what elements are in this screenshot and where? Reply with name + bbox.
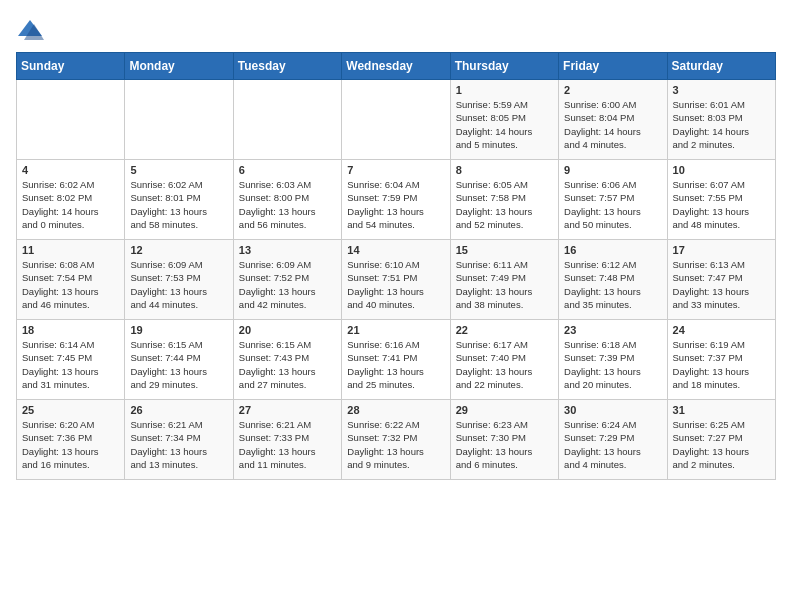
day-number: 8: [456, 164, 553, 176]
weekday-header-monday: Monday: [125, 53, 233, 80]
day-number: 27: [239, 404, 336, 416]
day-number: 19: [130, 324, 227, 336]
day-info: Sunrise: 6:20 AMSunset: 7:36 PMDaylight:…: [22, 418, 119, 471]
day-info: Sunrise: 6:25 AMSunset: 7:27 PMDaylight:…: [673, 418, 770, 471]
calendar-cell: 10Sunrise: 6:07 AMSunset: 7:55 PMDayligh…: [667, 160, 775, 240]
day-info: Sunrise: 6:15 AMSunset: 7:44 PMDaylight:…: [130, 338, 227, 391]
day-info: Sunrise: 6:08 AMSunset: 7:54 PMDaylight:…: [22, 258, 119, 311]
day-number: 28: [347, 404, 444, 416]
day-number: 23: [564, 324, 661, 336]
day-info: Sunrise: 6:22 AMSunset: 7:32 PMDaylight:…: [347, 418, 444, 471]
day-info: Sunrise: 6:07 AMSunset: 7:55 PMDaylight:…: [673, 178, 770, 231]
day-number: 13: [239, 244, 336, 256]
day-number: 21: [347, 324, 444, 336]
calendar-cell: 16Sunrise: 6:12 AMSunset: 7:48 PMDayligh…: [559, 240, 667, 320]
day-info: Sunrise: 6:06 AMSunset: 7:57 PMDaylight:…: [564, 178, 661, 231]
day-number: 3: [673, 84, 770, 96]
day-info: Sunrise: 5:59 AMSunset: 8:05 PMDaylight:…: [456, 98, 553, 151]
calendar-cell: [17, 80, 125, 160]
calendar-cell: 14Sunrise: 6:10 AMSunset: 7:51 PMDayligh…: [342, 240, 450, 320]
calendar-table: SundayMondayTuesdayWednesdayThursdayFrid…: [16, 52, 776, 480]
day-info: Sunrise: 6:21 AMSunset: 7:33 PMDaylight:…: [239, 418, 336, 471]
calendar-cell: 29Sunrise: 6:23 AMSunset: 7:30 PMDayligh…: [450, 400, 558, 480]
day-info: Sunrise: 6:00 AMSunset: 8:04 PMDaylight:…: [564, 98, 661, 151]
calendar-cell: 26Sunrise: 6:21 AMSunset: 7:34 PMDayligh…: [125, 400, 233, 480]
day-number: 30: [564, 404, 661, 416]
weekday-header-thursday: Thursday: [450, 53, 558, 80]
day-number: 12: [130, 244, 227, 256]
calendar-cell: 22Sunrise: 6:17 AMSunset: 7:40 PMDayligh…: [450, 320, 558, 400]
day-number: 11: [22, 244, 119, 256]
weekday-header-wednesday: Wednesday: [342, 53, 450, 80]
calendar-cell: 8Sunrise: 6:05 AMSunset: 7:58 PMDaylight…: [450, 160, 558, 240]
day-number: 17: [673, 244, 770, 256]
day-number: 26: [130, 404, 227, 416]
day-info: Sunrise: 6:09 AMSunset: 7:53 PMDaylight:…: [130, 258, 227, 311]
day-number: 10: [673, 164, 770, 176]
day-number: 29: [456, 404, 553, 416]
calendar-cell: 24Sunrise: 6:19 AMSunset: 7:37 PMDayligh…: [667, 320, 775, 400]
calendar-cell: 20Sunrise: 6:15 AMSunset: 7:43 PMDayligh…: [233, 320, 341, 400]
calendar-cell: 13Sunrise: 6:09 AMSunset: 7:52 PMDayligh…: [233, 240, 341, 320]
calendar-cell: 5Sunrise: 6:02 AMSunset: 8:01 PMDaylight…: [125, 160, 233, 240]
day-info: Sunrise: 6:13 AMSunset: 7:47 PMDaylight:…: [673, 258, 770, 311]
calendar-cell: 27Sunrise: 6:21 AMSunset: 7:33 PMDayligh…: [233, 400, 341, 480]
day-info: Sunrise: 6:16 AMSunset: 7:41 PMDaylight:…: [347, 338, 444, 391]
day-number: 6: [239, 164, 336, 176]
day-number: 9: [564, 164, 661, 176]
day-info: Sunrise: 6:15 AMSunset: 7:43 PMDaylight:…: [239, 338, 336, 391]
day-info: Sunrise: 6:10 AMSunset: 7:51 PMDaylight:…: [347, 258, 444, 311]
calendar-cell: 21Sunrise: 6:16 AMSunset: 7:41 PMDayligh…: [342, 320, 450, 400]
calendar-cell: 11Sunrise: 6:08 AMSunset: 7:54 PMDayligh…: [17, 240, 125, 320]
day-number: 2: [564, 84, 661, 96]
calendar-cell: 18Sunrise: 6:14 AMSunset: 7:45 PMDayligh…: [17, 320, 125, 400]
calendar-cell: 17Sunrise: 6:13 AMSunset: 7:47 PMDayligh…: [667, 240, 775, 320]
weekday-header-saturday: Saturday: [667, 53, 775, 80]
week-row-4: 18Sunrise: 6:14 AMSunset: 7:45 PMDayligh…: [17, 320, 776, 400]
day-info: Sunrise: 6:18 AMSunset: 7:39 PMDaylight:…: [564, 338, 661, 391]
weekday-header-tuesday: Tuesday: [233, 53, 341, 80]
day-number: 1: [456, 84, 553, 96]
logo-icon: [16, 16, 44, 44]
day-info: Sunrise: 6:04 AMSunset: 7:59 PMDaylight:…: [347, 178, 444, 231]
day-number: 22: [456, 324, 553, 336]
calendar-cell: 15Sunrise: 6:11 AMSunset: 7:49 PMDayligh…: [450, 240, 558, 320]
day-info: Sunrise: 6:11 AMSunset: 7:49 PMDaylight:…: [456, 258, 553, 311]
calendar-cell: [125, 80, 233, 160]
week-row-1: 1Sunrise: 5:59 AMSunset: 8:05 PMDaylight…: [17, 80, 776, 160]
calendar-cell: 6Sunrise: 6:03 AMSunset: 8:00 PMDaylight…: [233, 160, 341, 240]
logo: [16, 16, 48, 44]
weekday-header-sunday: Sunday: [17, 53, 125, 80]
page-header: [16, 16, 776, 44]
calendar-cell: 9Sunrise: 6:06 AMSunset: 7:57 PMDaylight…: [559, 160, 667, 240]
day-number: 14: [347, 244, 444, 256]
day-number: 15: [456, 244, 553, 256]
day-number: 18: [22, 324, 119, 336]
day-info: Sunrise: 6:03 AMSunset: 8:00 PMDaylight:…: [239, 178, 336, 231]
weekday-header-friday: Friday: [559, 53, 667, 80]
calendar-cell: 4Sunrise: 6:02 AMSunset: 8:02 PMDaylight…: [17, 160, 125, 240]
week-row-5: 25Sunrise: 6:20 AMSunset: 7:36 PMDayligh…: [17, 400, 776, 480]
day-info: Sunrise: 6:01 AMSunset: 8:03 PMDaylight:…: [673, 98, 770, 151]
weekday-header-row: SundayMondayTuesdayWednesdayThursdayFrid…: [17, 53, 776, 80]
calendar-cell: 23Sunrise: 6:18 AMSunset: 7:39 PMDayligh…: [559, 320, 667, 400]
day-number: 31: [673, 404, 770, 416]
day-number: 24: [673, 324, 770, 336]
day-info: Sunrise: 6:24 AMSunset: 7:29 PMDaylight:…: [564, 418, 661, 471]
day-info: Sunrise: 6:19 AMSunset: 7:37 PMDaylight:…: [673, 338, 770, 391]
day-info: Sunrise: 6:02 AMSunset: 8:01 PMDaylight:…: [130, 178, 227, 231]
calendar-cell: [233, 80, 341, 160]
calendar-cell: 28Sunrise: 6:22 AMSunset: 7:32 PMDayligh…: [342, 400, 450, 480]
day-info: Sunrise: 6:02 AMSunset: 8:02 PMDaylight:…: [22, 178, 119, 231]
calendar-cell: 7Sunrise: 6:04 AMSunset: 7:59 PMDaylight…: [342, 160, 450, 240]
calendar-cell: 2Sunrise: 6:00 AMSunset: 8:04 PMDaylight…: [559, 80, 667, 160]
calendar-cell: 12Sunrise: 6:09 AMSunset: 7:53 PMDayligh…: [125, 240, 233, 320]
calendar-cell: 25Sunrise: 6:20 AMSunset: 7:36 PMDayligh…: [17, 400, 125, 480]
day-number: 7: [347, 164, 444, 176]
day-number: 25: [22, 404, 119, 416]
day-number: 16: [564, 244, 661, 256]
day-info: Sunrise: 6:12 AMSunset: 7:48 PMDaylight:…: [564, 258, 661, 311]
day-info: Sunrise: 6:14 AMSunset: 7:45 PMDaylight:…: [22, 338, 119, 391]
calendar-cell: 1Sunrise: 5:59 AMSunset: 8:05 PMDaylight…: [450, 80, 558, 160]
calendar-cell: 31Sunrise: 6:25 AMSunset: 7:27 PMDayligh…: [667, 400, 775, 480]
